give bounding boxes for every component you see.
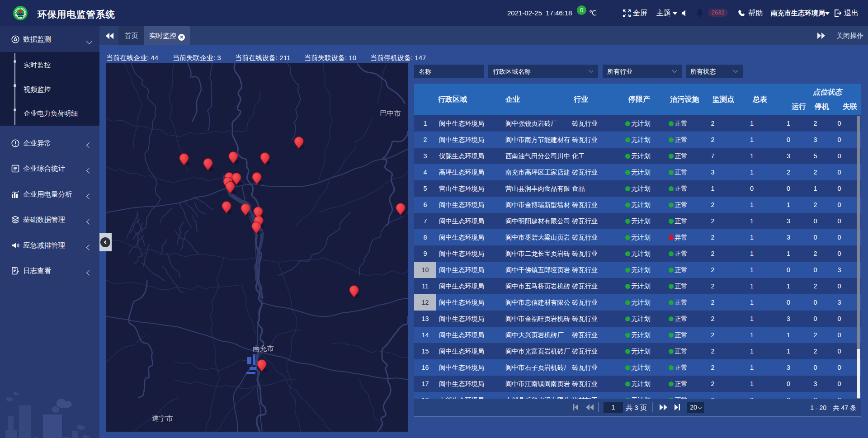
svg-text:遂宁市: 遂宁市 — [152, 414, 173, 422]
svg-text:南充市: 南充市 — [253, 344, 274, 352]
svg-text:巴中市: 巴中市 — [380, 109, 401, 117]
